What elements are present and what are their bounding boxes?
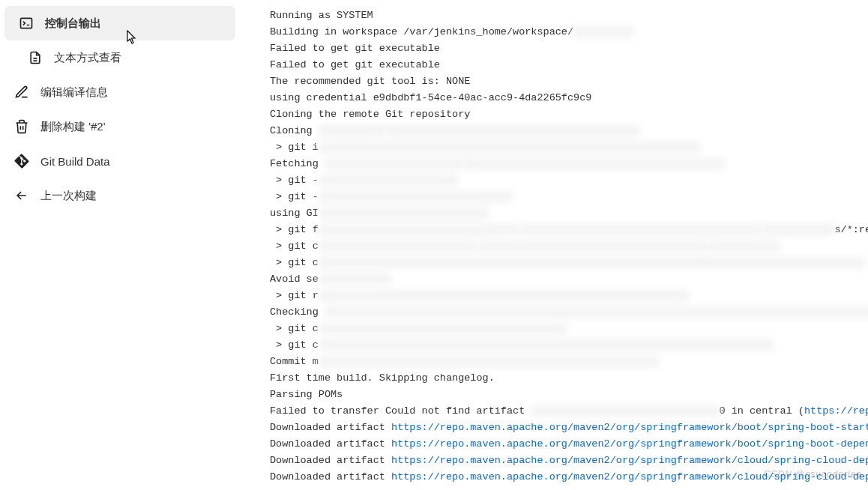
console-line: > git -xxxxxxxxxxxxxxxxxxxxxxxxxxxxxxxx [270,189,868,205]
console-line: > git -xxxxxxxxxxxxxxxxxxxxxxx [270,172,868,189]
trash-icon [13,118,30,135]
document-icon [27,49,43,66]
console-line: Cloning the remote Git repository [270,106,868,123]
console-output: Running as SYSTEMBuilding in workspace /… [240,0,868,490]
console-line: Avoid sexxxxxxxxxxxx [270,271,868,288]
console-link[interactable]: https://repo.maven.apache.org/maven2/org… [391,422,868,433]
console-link[interactable]: https://repo.maven.apache.org/maven2/org… [391,455,868,466]
console-line: Running as SYSTEM [270,7,868,24]
console-line: First time build. Skipping changelog. [270,370,868,387]
sidebar-item-delete-build[interactable]: 删除构建 '#2' [0,109,240,144]
sidebar-item-console-output[interactable]: 控制台输出 [4,6,235,40]
sidebar-item-previous-build[interactable]: 上一次构建 [0,178,240,213]
sidebar-item-git-build-data[interactable]: Git Build Data [0,144,240,178]
edit-icon [13,84,30,100]
console-link[interactable]: xxxxxxxxxxxxxxxxxxxxxxxxxxxxxxxxxxxxx [476,241,707,252]
console-line: > git cxxxxxxxxxxxxxxxxxxxxxxxxxxxxxxxxx… [270,255,868,271]
console-line: Downloaded artifact https://repo.maven.a… [270,436,868,453]
console-line: Commit mxxxxxxxxxxxxxxxxxxxxxxxxxxxxxxxx… [270,354,868,370]
console-link[interactable]: https://repo.maven.apache [804,405,868,417]
console-line: Downloaded artifact https://repo.maven.a… [270,420,868,436]
terminal-icon [18,15,34,31]
console-link[interactable]: https://repo.maven.apache.org/maven2/org… [391,438,868,450]
sidebar-item-edit-build-info[interactable]: 编辑编译信息 [0,75,240,109]
console-line: > git fxxxxxxxxxxxxxxxxxxxxxxxxxxxxxxxx … [270,222,868,238]
console-link[interactable]: xxxxxxxxxxxxxxxxxxxxxxxxxxxxxxxxxxxxxxx [519,224,762,235]
sidebar-label: 编辑编译信息 [40,85,108,100]
console-line: Fetching xxxxxxxxxxxxxxxxxxxxxx xxxxxxxx… [270,156,868,172]
console-line: > git ixxxxxxxxxxxxxxxxxxxxxxxxxxxxxxxxx… [270,139,868,156]
sidebar-item-text-view[interactable]: 文本方式查看 [0,40,240,75]
console-link[interactable]: xxxxxxxxxxxxxxxxxxxxxxxxxxxxxxxxxxxxxxxx… [385,125,640,136]
console-link[interactable]: xxxxxxxxxxxxxxxxxxxxxxxxxxxxxxxxxxxxxxxx… [464,158,725,169]
console-line: > git cxxxxxxxxxxxxxxxxxxxxxxxxxxxxxxxxx… [270,321,868,337]
console-line: > git rxxxxxxxxxxxxxxxxxxxxxxxxxxxxxxxxx… [270,288,868,304]
console-line: Failed to get git executable [270,57,868,73]
console-line: Cloning xxxxxxxxxx xxxxxxxxxxxxxxxxxxxxx… [270,123,868,139]
sidebar-label: 文本方式查看 [54,51,121,65]
sidebar-label: 上一次构建 [40,189,97,203]
arrow-left-icon [13,187,30,204]
console-line: Building in workspace /var/jenkins_home/… [270,24,868,40]
sidebar-label: 控制台输出 [45,16,101,31]
watermark: CSDN @csucoderlee [764,466,862,483]
sidebar-label: 删除构建 '#2' [40,120,106,134]
svg-rect-0 [21,18,32,28]
sidebar: 控制台输出 文本方式查看 编辑编译信息 删除构建 '#2' Git Build … [0,0,240,490]
console-line: Failed to get git executable [270,40,868,57]
console-line: The recommended git tool is: NONE [270,73,868,90]
console-line: using GIxxxxxxxxxxxxxxxxxxxxxxxxxxxx [270,205,868,222]
console-line: using credential e9dbdbf1-54ce-40ac-acc9… [270,90,868,106]
console-line: > git cxxxxxxxxxxxxxxxxxxxxxxxxx xxxxxxx… [270,238,868,255]
console-line: Parsing POMs [270,387,868,403]
console-line: Failed to transfer Could not find artifa… [270,403,868,420]
console-line: Checking xxxxxxxxxxxxxxxxxxxxxxxxxxxxxxx… [270,304,868,321]
sidebar-label: Git Build Data [40,155,110,168]
git-icon [13,153,30,169]
console-line: > git cxxxxxxxxxxxxxxxxxxxxxxxxxxxxxxxxx… [270,337,868,354]
